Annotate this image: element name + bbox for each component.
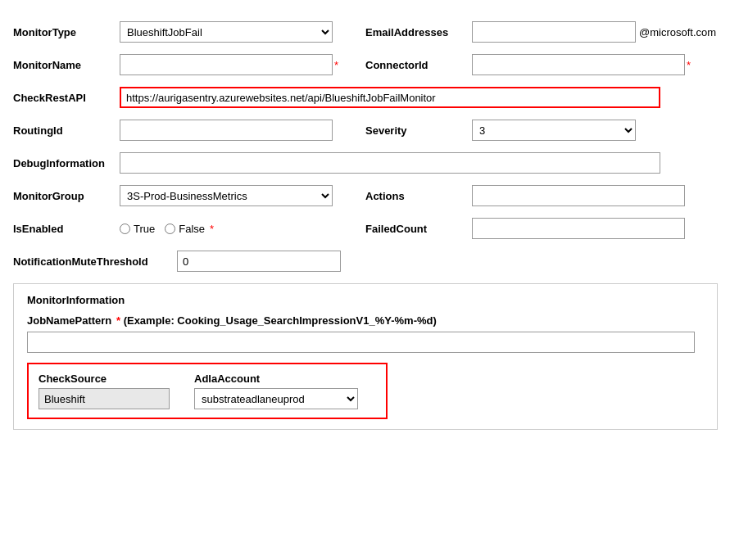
monitor-group-group: MonitorGroup 3S-Prod-BusinessMetrics (13, 185, 365, 206)
monitor-name-label: MonitorName (13, 59, 120, 71)
row-is-enabled-failed-count: IsEnabled True False * FailedCount (13, 218, 718, 239)
connector-id-label: ConnectorId (365, 59, 472, 71)
is-enabled-true-item: True (120, 223, 155, 235)
is-enabled-false-label: False (179, 223, 205, 235)
row-notification-mute: NotificationMuteThreshold (13, 251, 718, 272)
adla-account-group: AdlaAccount substrateadlaneuprod account… (194, 373, 358, 409)
check-source-group: CheckSource (39, 373, 170, 409)
job-name-pattern-label-row: JobNamePattern * (Example: Cooking_Usage… (27, 314, 704, 327)
check-rest-api-label: CheckRestAPI (13, 92, 120, 104)
row-routing-severity: RoutingId Severity 3 1 2 4 5 (13, 120, 718, 141)
failed-count-group: FailedCount (365, 218, 718, 239)
routing-id-group: RoutingId (13, 120, 365, 141)
monitor-group-select[interactable]: 3S-Prod-BusinessMetrics (120, 185, 333, 206)
is-enabled-group: IsEnabled True False * (13, 223, 365, 235)
actions-group: Actions (365, 185, 718, 206)
is-enabled-false-radio[interactable] (165, 224, 175, 234)
monitor-type-select[interactable]: BlueshiftJobFail (120, 21, 333, 43)
severity-label: Severity (365, 124, 472, 137)
notification-mute-input[interactable] (177, 251, 341, 272)
adla-account-label: AdlaAccount (194, 373, 358, 385)
job-name-pattern-example: (Example: Cooking_Usage_SearchImpression… (124, 314, 437, 327)
check-source-label: CheckSource (39, 373, 170, 385)
monitor-group-label: MonitorGroup (13, 190, 120, 202)
severity-group: Severity 3 1 2 4 5 (365, 120, 718, 141)
notification-mute-label: NotificationMuteThreshold (13, 255, 177, 268)
routing-id-input[interactable] (120, 120, 333, 141)
is-enabled-label: IsEnabled (13, 223, 120, 235)
severity-select[interactable]: 3 1 2 4 5 (472, 120, 636, 141)
is-enabled-required: * (210, 223, 214, 235)
job-name-pattern-label: JobNamePattern (27, 314, 111, 327)
email-addresses-label: EmailAddresses (365, 26, 472, 38)
job-name-pattern-required: * (116, 314, 120, 327)
monitor-type-label: MonitorType (13, 26, 120, 38)
is-enabled-radios: True False * (120, 223, 214, 235)
email-suffix: @microsoft.com (639, 26, 716, 38)
is-enabled-false-item: False * (165, 223, 214, 235)
is-enabled-true-radio[interactable] (120, 224, 130, 234)
monitor-information-section: MonitorInformation JobNamePattern * (Exa… (13, 283, 718, 430)
row-debug-information: DebugInformation (13, 152, 718, 174)
email-addresses-group: EmailAddresses @microsoft.com (365, 21, 718, 43)
check-source-input[interactable] (39, 388, 170, 409)
row-monitor-name-connector: MonitorName * ConnectorId * (13, 54, 718, 75)
monitor-name-required: * (334, 59, 338, 71)
job-name-pattern-input[interactable] (27, 332, 695, 353)
is-enabled-true-label: True (134, 223, 155, 235)
monitor-name-group: MonitorName * (13, 54, 365, 75)
connector-id-input[interactable] (472, 54, 685, 75)
connector-id-group: ConnectorId * (365, 54, 718, 75)
row-monitor-group-actions: MonitorGroup 3S-Prod-BusinessMetrics Act… (13, 185, 718, 206)
actions-label: Actions (365, 190, 472, 202)
failed-count-label: FailedCount (365, 223, 472, 235)
adla-account-select[interactable]: substrateadlaneuprod account2 account3 (194, 388, 358, 409)
row-monitor-type-email: MonitorType BlueshiftJobFail EmailAddres… (13, 21, 718, 43)
debug-information-input[interactable] (120, 152, 660, 174)
actions-input[interactable] (472, 185, 685, 206)
check-rest-api-input[interactable] (120, 87, 660, 108)
email-addresses-input[interactable] (472, 21, 636, 43)
monitor-name-input[interactable] (120, 54, 333, 75)
form-container: MonitorType BlueshiftJobFail EmailAddres… (13, 13, 718, 438)
row-check-rest-api: CheckRestAPI (13, 87, 718, 108)
failed-count-input[interactable] (472, 218, 685, 239)
monitor-type-group: MonitorType BlueshiftJobFail (13, 21, 365, 43)
connector-id-required: * (687, 59, 691, 71)
monitor-info-title: MonitorInformation (27, 294, 704, 306)
routing-id-label: RoutingId (13, 124, 120, 137)
check-source-adla-box: CheckSource AdlaAccount substrateadlaneu… (27, 363, 388, 419)
debug-information-label: DebugInformation (13, 157, 120, 169)
